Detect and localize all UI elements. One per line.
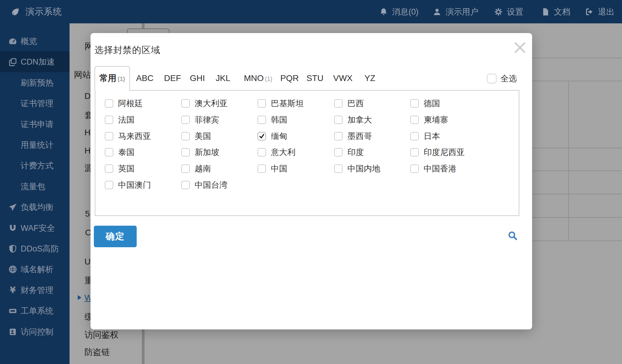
checkbox-unchecked[interactable] (181, 148, 190, 157)
sidebar-item-计费方式[interactable]: 计费方式 (0, 155, 70, 176)
region-option-德国[interactable]: 德国 (410, 98, 440, 109)
sidebar-item-财务管理[interactable]: ¥财务管理 (0, 280, 70, 301)
nav-item-1[interactable]: 消息(0) (379, 0, 419, 23)
region-option-印度尼西亚[interactable]: 印度尼西亚 (410, 147, 465, 157)
sidebar-item-概览[interactable]: 概览 (0, 31, 70, 52)
sidebar-item-用量统计[interactable]: 用量统计 (0, 134, 70, 155)
tab-VWX[interactable]: VWX (333, 66, 353, 90)
sidebar-item-域名解析[interactable]: 域名解析 (0, 259, 70, 280)
region-option-越南[interactable]: 越南 (181, 163, 211, 174)
tab-JKL[interactable]: JKL (216, 66, 230, 90)
checkbox-unchecked[interactable] (105, 132, 113, 140)
region-option-韩国[interactable]: 韩国 (258, 115, 287, 125)
sidebar-item-负载均衡[interactable]: 负载均衡 (0, 197, 70, 217)
region-option-意大利[interactable]: 意大利 (258, 147, 296, 157)
region-option-中国澳门[interactable]: 中国澳门 (105, 180, 151, 190)
checkbox-unchecked[interactable] (410, 132, 419, 140)
checkbox-unchecked[interactable] (105, 148, 113, 157)
region-option-巴西[interactable]: 巴西 (334, 98, 364, 109)
checkbox-checked[interactable] (258, 132, 266, 140)
tab-STU[interactable]: STU (306, 66, 323, 90)
region-option-新加坡[interactable]: 新加坡 (181, 147, 219, 157)
search-icon[interactable] (507, 230, 519, 242)
checkbox-unchecked[interactable] (334, 164, 343, 173)
sidebar-item-流量包[interactable]: 流量包 (0, 176, 70, 197)
close-icon[interactable] (511, 39, 529, 57)
tab-常用[interactable]: 常用(1) (94, 66, 130, 91)
region-option-澳大利亚[interactable]: 澳大利亚 (181, 98, 227, 109)
region-option-菲律宾[interactable]: 菲律宾 (181, 115, 219, 125)
region-option-英国[interactable]: 英国 (105, 163, 135, 174)
checkbox-unchecked[interactable] (181, 99, 190, 108)
nav-item-5[interactable]: 退出 (585, 0, 614, 23)
region-option-日本[interactable]: 日本 (410, 131, 440, 141)
sidebar-item-label: 域名解析 (21, 264, 53, 275)
checkbox-unchecked[interactable] (334, 132, 343, 140)
checkbox-unchecked[interactable] (105, 116, 113, 124)
sidebar-item-刷新预热[interactable]: 刷新预热 (0, 72, 70, 93)
checkbox-unchecked[interactable] (258, 164, 266, 173)
checkbox-unchecked[interactable] (105, 99, 113, 108)
nav-item-4[interactable]: 文档 (541, 0, 570, 23)
checkbox-unchecked[interactable] (181, 116, 190, 124)
tab-DEF[interactable]: DEF (164, 66, 181, 90)
tab-YZ[interactable]: YZ (364, 66, 375, 90)
sidebar-item-WAF安全[interactable]: WAF安全 (0, 217, 70, 238)
sidebar-item-证书管理[interactable]: 证书管理 (0, 93, 70, 114)
nav-item-label: 演示用户 (446, 6, 478, 17)
region-label: 柬埔寨 (424, 114, 448, 125)
region-option-阿根廷[interactable]: 阿根廷 (105, 98, 143, 109)
sidebar-item-工单系统[interactable]: 工单系统 (0, 300, 70, 321)
region-block-dialog: 选择封禁的区域 常用(1)ABCDEFGHIJKLMNO(1)PQRSTUVWX… (91, 33, 532, 329)
checkbox-unchecked[interactable] (181, 132, 190, 140)
confirm-button[interactable]: 确定 (94, 226, 137, 247)
checkbox-unchecked[interactable] (334, 148, 343, 157)
tab-ABC[interactable]: ABC (136, 66, 154, 90)
checkbox-unchecked[interactable] (410, 116, 419, 124)
checkbox-unchecked[interactable] (258, 148, 266, 157)
sidebar-item-访问控制[interactable]: 访问控制 (0, 321, 70, 342)
sidebar-item-CDN加速[interactable]: CDN加速 (0, 51, 70, 72)
sidebar-item-证书申请[interactable]: 证书申请 (0, 114, 70, 135)
checkbox-unchecked[interactable] (334, 116, 343, 124)
region-label: 中国澳门 (118, 180, 151, 190)
select-all-checkbox[interactable]: 全选 (487, 74, 517, 83)
region-label: 美国 (195, 131, 211, 142)
nav-item-2[interactable]: 演示用户 (432, 0, 478, 23)
nav-item-3[interactable]: 设置 (494, 0, 523, 23)
select-all-box[interactable] (487, 74, 497, 83)
checkbox-unchecked[interactable] (410, 164, 419, 173)
region-option-美国[interactable]: 美国 (181, 131, 211, 141)
region-label: 泰国 (118, 147, 135, 158)
region-option-中国内地[interactable]: 中国内地 (334, 163, 380, 174)
region-option-墨西哥[interactable]: 墨西哥 (334, 131, 372, 141)
region-label: 阿根廷 (118, 98, 143, 109)
region-option-印度[interactable]: 印度 (334, 147, 364, 157)
region-option-中国台湾[interactable]: 中国台湾 (181, 180, 227, 190)
tab-MNO[interactable]: MNO(1) (244, 66, 272, 90)
checkbox-unchecked[interactable] (258, 116, 266, 124)
checkbox-unchecked[interactable] (105, 164, 113, 173)
region-option-加拿大[interactable]: 加拿大 (334, 115, 372, 125)
checkbox-unchecked[interactable] (258, 99, 266, 108)
region-option-泰国[interactable]: 泰国 (105, 147, 135, 157)
region-option-中国[interactable]: 中国 (258, 163, 287, 174)
checkbox-unchecked[interactable] (105, 181, 113, 189)
region-option-法国[interactable]: 法国 (105, 115, 135, 125)
region-option-缅甸[interactable]: 缅甸 (258, 131, 287, 141)
checkbox-unchecked[interactable] (181, 164, 190, 173)
checkbox-unchecked[interactable] (410, 99, 419, 108)
checkbox-unchecked[interactable] (334, 99, 343, 108)
region-option-中国香港[interactable]: 中国香港 (410, 163, 456, 174)
checkbox-unchecked[interactable] (410, 148, 419, 157)
tab-GHI[interactable]: GHI (190, 66, 205, 90)
region-option-巴基斯坦[interactable]: 巴基斯坦 (258, 98, 304, 109)
region-label: 中国香港 (424, 163, 456, 174)
region-option-马来西亚[interactable]: 马来西亚 (105, 131, 151, 141)
region-option-柬埔寨[interactable]: 柬埔寨 (410, 115, 448, 125)
tab-PQR[interactable]: PQR (280, 66, 299, 90)
sidebar-item-label: 证书申请 (21, 119, 53, 130)
region-label: 菲律宾 (195, 114, 219, 125)
checkbox-unchecked[interactable] (181, 181, 190, 189)
sidebar-item-DDoS高防[interactable]: DDoS高防 (0, 238, 70, 259)
